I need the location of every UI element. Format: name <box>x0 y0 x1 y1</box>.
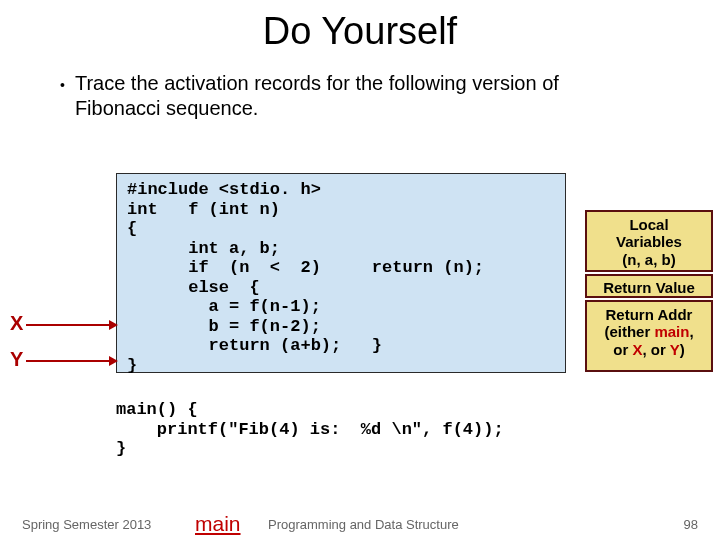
bullet-row: • Trace the activation records for the f… <box>60 71 720 121</box>
footer-mid: Programming and Data Structure <box>268 517 459 532</box>
footer-main-label: main <box>195 512 241 536</box>
retaddr-x: X <box>632 341 642 358</box>
arrow-x-icon <box>26 324 116 326</box>
retaddr-l3c: , or <box>642 341 669 358</box>
arrow-y-icon <box>26 360 116 362</box>
main-code: main() { printf("Fib(4) is: %d \n", f(4)… <box>116 400 504 459</box>
retaddr-main: main <box>654 323 689 340</box>
code-box: #include <stdio. h> int f (int n) { int … <box>116 173 566 373</box>
slide-title: Do Yourself <box>0 10 720 53</box>
local-l1: Local <box>629 216 668 233</box>
footer-page-number: 98 <box>684 517 698 532</box>
retaddr-l3e: ) <box>680 341 685 358</box>
y-label: Y <box>10 348 23 371</box>
local-l2: Variables <box>616 233 682 250</box>
bullet-dot-icon: • <box>60 77 65 121</box>
retaddr-y: Y <box>670 341 680 358</box>
retaddr-l3a: or <box>613 341 632 358</box>
retaddr-l2c: , <box>689 323 693 340</box>
slide: Do Yourself • Trace the activation recor… <box>0 10 720 540</box>
x-label: X <box>10 312 23 335</box>
retaddr-l2a: (either <box>604 323 654 340</box>
bullet-text: Trace the activation records for the fol… <box>75 71 635 121</box>
stack-local-vars: Local Variables (n, a, b) <box>585 210 713 272</box>
footer-left: Spring Semester 2013 <box>22 517 151 532</box>
stack-return-value: Return Value <box>585 274 713 298</box>
retaddr-l1: Return Addr <box>606 306 693 323</box>
local-l3: (n, a, b) <box>622 251 675 268</box>
stack-return-addr: Return Addr (either main, or X, or Y) <box>585 300 713 372</box>
